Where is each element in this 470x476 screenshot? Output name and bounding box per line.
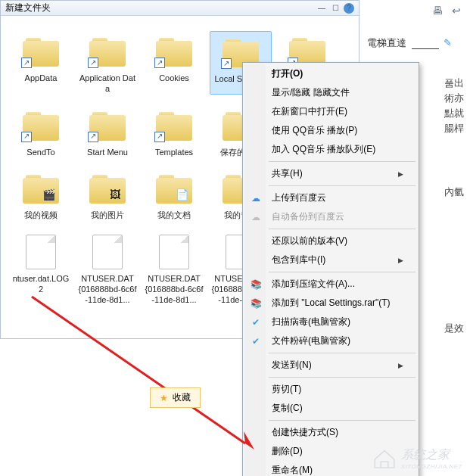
menu-item-label: 使用 QQ音乐 播放(P) (272, 124, 357, 137)
menu-item: ☁自动备份到百度云 (244, 207, 417, 226)
menu-item[interactable]: 剪切(T) (244, 380, 417, 399)
text-fragment: 是效 (444, 321, 464, 337)
menu-separator (269, 161, 416, 162)
file-label: Cookies (159, 73, 189, 84)
window-title: 新建文件夹 (5, 2, 51, 14)
submenu-arrow-icon: ▶ (398, 170, 403, 178)
menu-item[interactable]: 包含到库中(I)▶ (244, 250, 417, 269)
text-fragment: 內氫 (444, 185, 464, 201)
menu-item-label: 显示/隐藏 隐藏文件 (272, 86, 350, 99)
folder-content-icon: 🎬 (39, 187, 58, 202)
menu-item[interactable]: 打开(O) (244, 64, 417, 83)
menu-separator (269, 377, 416, 378)
file-item[interactable]: 🖼我的图片 (76, 168, 139, 221)
file-icon (26, 235, 56, 269)
file-label: SendTo (26, 148, 54, 158)
shortcut-overlay-icon: ↗ (21, 58, 32, 68)
folder-icon: ↗ (23, 36, 59, 67)
favorite-label: 收藏 (173, 391, 191, 404)
menu-item-label: 上传到百度云 (272, 191, 326, 204)
file-item[interactable]: 📄我的文档 (143, 168, 205, 221)
pen-icon[interactable]: ✎ (444, 37, 452, 48)
menu-item[interactable]: 创建快捷方式(S) (244, 423, 417, 442)
elevator-label: 電梯直達 (367, 37, 406, 48)
menu-item[interactable]: ✔扫描病毒(电脑管家) (244, 313, 417, 331)
file-label: Templates (155, 148, 193, 158)
menu-item[interactable]: 📚添加到 "Local Settings.rar"(T) (244, 294, 417, 313)
text-fragment: 품出 (444, 76, 464, 92)
folder-icon: ↗ (89, 36, 126, 67)
folder-icon: 📄 (156, 173, 192, 204)
menu-item[interactable]: 共享(H)▶ (244, 164, 417, 183)
file-label: AppData (25, 73, 58, 84)
folder-icon: ↗ (23, 110, 59, 141)
menu-item[interactable]: ✔文件粉碎(电脑管家) (244, 331, 417, 350)
submenu-arrow-icon: ▶ (398, 362, 403, 369)
help-button[interactable]: ? (344, 3, 354, 14)
shortcut-overlay-icon: ↗ (88, 132, 98, 142)
menu-item-label: 删除(D) (272, 445, 303, 458)
menu-item[interactable]: 加入 QQ音乐 播放队列(E) (244, 140, 417, 159)
menu-item[interactable]: 使用 QQ音乐 播放(P) (244, 121, 417, 140)
file-item[interactable]: ↗SendTo (10, 105, 72, 158)
menu-item[interactable]: 还原以前的版本(V) (244, 232, 417, 250)
file-item[interactable]: NTUSER.DAT{016888bd-6c6f-11de-8d1... (76, 232, 139, 305)
file-icon (159, 235, 189, 269)
file-item[interactable]: 🎬我的视频 (10, 168, 72, 221)
file-item[interactable]: ↗AppData (10, 31, 72, 95)
menu-item-icon: ✔ (249, 334, 263, 348)
file-label: Application Data (78, 73, 137, 95)
menu-item[interactable]: 在新窗口中打开(E) (244, 102, 417, 121)
menu-item[interactable]: 📚添加到压缩文件(A)... (244, 275, 417, 294)
menu-item-label: 发送到(N) (272, 359, 312, 372)
print-icon[interactable]: 🖶 (432, 5, 443, 17)
menu-item[interactable]: 复制(C) (244, 399, 417, 418)
menu-item-icon: ✔ (249, 316, 263, 329)
menu-item-label: 重命名(M) (272, 464, 313, 476)
file-item[interactable]: ↗Start Menu (76, 105, 139, 158)
file-item[interactable]: ↗Cookies (143, 31, 205, 95)
shortcut-overlay-icon: ↗ (21, 132, 32, 142)
watermark: 系统之家 XITONGZHIJIA.NET (372, 447, 462, 470)
submenu-arrow-icon: ▶ (398, 257, 403, 264)
menu-separator (269, 420, 416, 421)
star-icon: ★ (160, 393, 168, 403)
menu-item-label: 加入 QQ音乐 播放队列(E) (272, 143, 375, 156)
file-label: NTUSER.DAT{016888bd-6c6f-11de-8d1... (78, 274, 137, 305)
folder-content-icon: 🖼 (106, 187, 124, 202)
file-label: NTUSER.DAT{016888bd-6c6f-11de-8d1... (145, 274, 204, 305)
minimize-button[interactable]: — (316, 3, 327, 14)
folder-content-icon: 📄 (173, 187, 191, 202)
elevator-jump: 電梯直達 ✎ (367, 36, 452, 50)
menu-item-label: 自动备份到百度云 (272, 210, 344, 223)
folder-icon: ↗ (156, 36, 192, 67)
favorite-button[interactable]: ★ 收藏 (150, 387, 201, 408)
menu-item[interactable]: 显示/隐藏 隐藏文件 (244, 83, 417, 102)
file-item[interactable]: ↗Templates (143, 105, 205, 158)
folder-icon: 🎬 (23, 173, 59, 204)
file-label: ntuser.dat.LOG2 (11, 274, 70, 295)
file-item[interactable]: NTUSER.DAT{016888bd-6c6f-11de-8d1... (143, 232, 205, 305)
menu-item-label: 还原以前的版本(V) (272, 235, 347, 247)
menu-item-label: 打开(O) (272, 67, 303, 80)
file-item[interactable]: ntuser.dat.LOG2 (10, 232, 72, 305)
text-fragment: 腸桿 (444, 121, 464, 137)
menu-item-label: 文件粉碎(电脑管家) (272, 334, 350, 347)
menu-item-label: 复制(C) (272, 402, 303, 415)
menu-separator (269, 185, 416, 186)
file-icon (92, 235, 123, 269)
maximize-button[interactable]: ☐ (330, 3, 341, 14)
shortcut-overlay-icon: ↗ (154, 58, 165, 68)
menu-item-icon: ☁ (249, 210, 263, 224)
file-item[interactable]: ↗Application Data (76, 31, 139, 95)
menu-item[interactable]: ☁上传到百度云 (244, 188, 417, 207)
text-fragment: 點就 (444, 106, 464, 122)
menu-item-icon: 📚 (249, 297, 263, 310)
menu-item-icon: ☁ (249, 191, 263, 205)
elevator-input[interactable] (412, 37, 439, 49)
back-icon[interactable]: ↩ (452, 5, 461, 17)
folder-icon: ↗ (156, 110, 192, 141)
menu-item[interactable]: 发送到(N)▶ (244, 356, 417, 375)
menu-item-label: 创建快捷方式(S) (272, 426, 338, 439)
menu-item-label: 共享(H) (272, 167, 303, 180)
